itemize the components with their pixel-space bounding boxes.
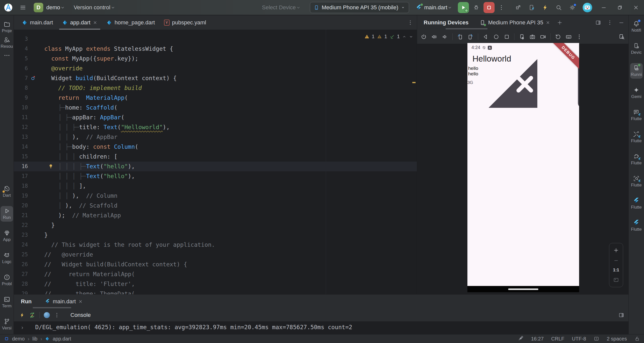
scrollbar-warning-mark[interactable] <box>412 82 416 83</box>
project-name[interactable]: demo <box>46 4 60 11</box>
device-selector-dropdown[interactable]: Medium Phone API 35 (mobile) <box>310 2 409 13</box>
run-tab[interactable]: main.dart <box>45 298 83 305</box>
code-line-9[interactable]: 9 return MaterialApp( <box>14 93 417 103</box>
panel-layout-icon[interactable] <box>595 20 601 26</box>
stripe-item-dart[interactable]: Dart <box>1 184 13 200</box>
code-line-11[interactable]: 11 │ ├─appBar: AppBar( <box>14 113 417 122</box>
code-line-25[interactable]: 25// @override <box>14 250 417 260</box>
stripe-item-resou[interactable]: Resou <box>1 35 13 51</box>
inspection-highlight-icon[interactable] <box>594 336 599 341</box>
chevron-down-icon[interactable] <box>110 5 115 10</box>
code-line-16[interactable]: 16 │ │ │ ├─Text("hello"), <box>14 162 417 171</box>
stripe-item-flutte[interactable]: Flutte <box>630 196 643 211</box>
back-icon[interactable] <box>482 34 489 40</box>
stripe-item-notifi[interactable]: Notifi <box>630 19 643 34</box>
window-close-button[interactable] <box>633 5 639 11</box>
stop-button[interactable] <box>484 2 495 13</box>
code-line-21[interactable]: 21 ); // MaterialApp <box>14 211 417 220</box>
close-icon[interactable] <box>93 20 97 25</box>
add-device-tab-button[interactable] <box>557 20 563 26</box>
project-badge[interactable]: D <box>34 3 43 12</box>
chevron-down-icon[interactable] <box>60 5 65 10</box>
code-line-7[interactable]: 7 Widget build(BuildContext context) { <box>14 73 417 83</box>
stripe-item-run[interactable]: Run <box>1 206 13 222</box>
home-circle-icon[interactable] <box>493 34 499 40</box>
console-tab-label[interactable]: Console <box>70 312 91 318</box>
app-icon[interactable] <box>44 312 50 318</box>
panel-layout-icon[interactable] <box>618 312 624 318</box>
next-issue-chevron-icon[interactable] <box>409 34 413 39</box>
stripe-item-flutte[interactable]: Flutte <box>630 174 643 189</box>
code-line-26[interactable]: 26// Widget build(BuildContext context) … <box>14 260 417 269</box>
camera-icon[interactable] <box>529 34 536 40</box>
tab-pubspec.yaml[interactable]: Ypubspec.yaml <box>159 15 211 30</box>
code-line-13[interactable]: 13 │ │ ), // AppBar <box>14 132 417 142</box>
select-device-label[interactable]: Select Device <box>262 4 296 11</box>
debug-button[interactable] <box>473 4 479 11</box>
code-line-4[interactable]: 4class MyApp extends StatelessWidget { <box>14 44 417 54</box>
chevron-down-icon[interactable] <box>296 5 301 10</box>
video-icon[interactable] <box>540 34 546 40</box>
console-output[interactable]: › D/EGL_emulation( 4625): app_time_stats… <box>14 321 628 334</box>
more-actions-kebab-icon[interactable] <box>498 4 505 11</box>
rot-right-icon[interactable] <box>467 34 474 40</box>
stripe-item-flutte[interactable]: Flutte <box>630 129 643 145</box>
stripe-item-flutte[interactable]: Flutte <box>630 152 643 167</box>
line-separator[interactable]: CRLF <box>551 336 564 342</box>
chevron-down-icon[interactable] <box>447 5 452 10</box>
stripe-item-term[interactable]: Term <box>1 295 13 310</box>
main-menu-hamburger-icon[interactable] <box>20 4 26 11</box>
vol-up-icon[interactable] <box>431 34 437 40</box>
zoom-reset-button[interactable]: 1:1 <box>613 268 619 273</box>
vol-down-icon[interactable] <box>442 34 448 40</box>
intention-bulb-icon[interactable] <box>48 164 54 169</box>
stripe-item-runni[interactable]: Runni <box>630 63 643 79</box>
stripe-item-probl[interactable]: Probl <box>1 272 13 288</box>
code-line-22[interactable]: 22 } <box>14 220 417 230</box>
code-line-6[interactable]: 6 @override <box>14 64 417 73</box>
settings-gear-icon[interactable] <box>569 4 576 11</box>
code-line-5[interactable]: 5 const MyApp({super.key}); <box>14 54 417 64</box>
stripe-item-gemi[interactable]: Gemi <box>630 85 643 101</box>
zoom-out-button[interactable] <box>613 258 619 264</box>
close-icon[interactable] <box>78 299 83 304</box>
rot-left-icon[interactable] <box>457 34 463 40</box>
previous-issue-chevron-icon[interactable] <box>402 34 407 39</box>
hot-reload-bolt-icon[interactable] <box>19 312 25 318</box>
device-flutter-icon[interactable] <box>528 4 535 11</box>
stripe-item-more[interactable] <box>1 51 13 60</box>
emulator-nav-bar[interactable] <box>467 286 579 292</box>
unlocked-icon[interactable] <box>634 336 640 341</box>
code-line-23[interactable]: 23} <box>14 230 417 240</box>
code-line-3[interactable]: 3 <box>14 34 417 44</box>
ai-assistant-off-icon[interactable] <box>518 336 524 341</box>
code-line-29[interactable]: 29// theme: ThemeData( <box>14 289 417 294</box>
code-editor[interactable]: 34class MyApp extends StatelessWidget {5… <box>14 30 417 294</box>
kebab-icon[interactable] <box>576 34 582 40</box>
tab-main.dart[interactable]: main.dart <box>17 15 58 30</box>
window-maximize-button[interactable] <box>617 5 623 11</box>
attach-debugger-icon[interactable] <box>515 4 521 11</box>
tab-app.dart[interactable]: app.dart <box>58 15 102 30</box>
keyboard-icon[interactable] <box>566 34 572 40</box>
code-line-27[interactable]: 27// return MaterialApp( <box>14 269 417 279</box>
override-gutter-icon[interactable] <box>30 75 36 81</box>
project-widget-icon[interactable] <box>4 336 9 341</box>
code-line-28[interactable]: 28// title: 'Flutter', <box>14 279 417 289</box>
code-line-24[interactable]: 24 // This widget is the root of your ap… <box>14 240 417 250</box>
device-settings-icon[interactable] <box>519 34 525 40</box>
run-button[interactable] <box>458 2 469 13</box>
indent-setting[interactable]: 2 spaces <box>607 336 627 342</box>
hot-restart-icon[interactable] <box>29 312 35 318</box>
stripe-item-app[interactable]: App <box>1 228 13 244</box>
screenshot-search-icon[interactable] <box>619 34 625 40</box>
stripe-item-flutte[interactable]: Flutte <box>630 107 643 123</box>
breadcrumb-demo[interactable]: demo <box>12 336 25 342</box>
avatar[interactable] <box>583 3 592 12</box>
file-encoding[interactable]: UTF-8 <box>572 336 586 342</box>
breadcrumb-app.dart[interactable]: app.dart <box>53 336 71 342</box>
panel-options-kebab-icon[interactable] <box>607 20 613 26</box>
cursor-position[interactable]: 16:27 <box>531 336 544 342</box>
code-line-20[interactable]: 20 │ ), // Scaffold <box>14 201 417 211</box>
emulator-screen[interactable]: 4:24 A 3G DEBUG Helloworld hellohello <box>467 43 579 286</box>
